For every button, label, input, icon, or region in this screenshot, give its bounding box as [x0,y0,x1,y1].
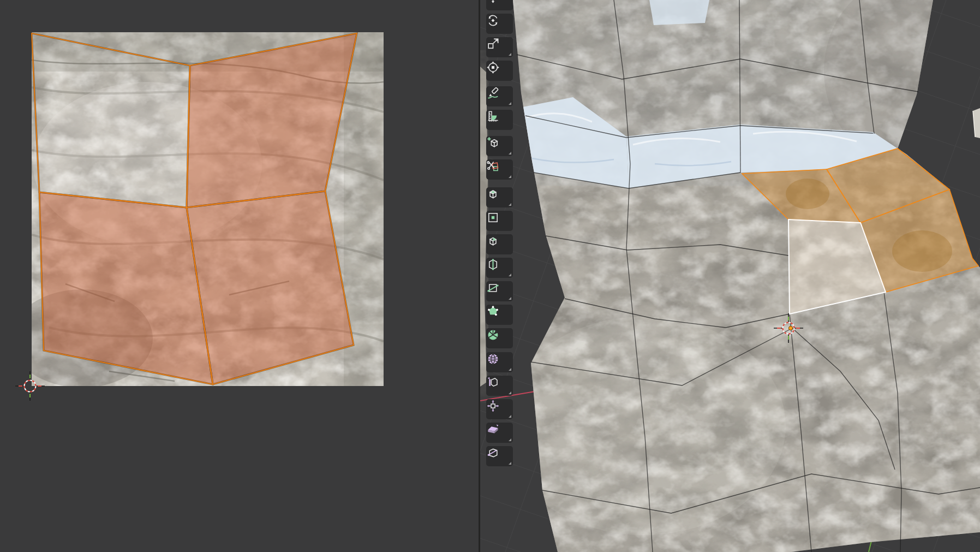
shear-icon [486,423,500,436]
rip-region-icon [486,446,500,460]
add-cube-icon [486,136,500,150]
extrude-icon [486,187,500,201]
inset-icon [486,211,500,224]
tool-loop-cut-button[interactable] [486,258,513,278]
tool-edge-slide-button[interactable] [486,376,513,396]
edit-mode-toolbar [486,0,513,552]
viewport-3d-panel[interactable] [480,0,980,552]
knife-icon [486,159,500,173]
poly-build-icon [486,305,500,318]
object-origin-dot [788,326,792,330]
move-icon [486,0,500,4]
tool-inset-button[interactable] [486,211,513,231]
tool-rip-region-button[interactable] [486,446,513,466]
tool-bisect-button[interactable] [486,281,513,301]
tool-annotate-button[interactable] [486,86,513,106]
tool-spin-button[interactable] [486,328,513,348]
uv-editor-panel[interactable] [0,0,479,552]
bevel-icon [486,234,500,248]
tool-poly-build-button[interactable] [486,305,513,325]
edge-slide-icon [486,376,500,389]
tool-scale-button[interactable] [486,37,513,57]
loop-cut-icon [486,258,500,271]
tool-transform-button[interactable] [486,61,513,81]
tool-extrude-button[interactable] [486,187,513,207]
tool-add-cube-button[interactable] [486,136,513,156]
shrink-fatten-icon [486,399,500,413]
tool-shrink-fatten-button[interactable] [486,399,513,419]
blender-window [0,0,980,552]
tool-bevel-button[interactable] [486,234,513,254]
tool-knife-button[interactable] [486,159,513,180]
tool-shear-button[interactable] [486,423,513,443]
transform-icon [486,61,500,74]
smooth-icon [486,352,500,366]
bisect-icon [486,281,500,295]
measure-icon [486,110,500,123]
tool-rotate-button[interactable] [486,14,513,34]
tool-move-button[interactable] [486,0,513,10]
tool-smooth-button[interactable] [486,352,513,372]
tool-measure-button[interactable] [486,110,513,130]
rotate-icon [486,14,500,27]
annotate-icon [486,86,500,100]
scale-icon [486,37,500,51]
spin-icon [486,328,500,342]
